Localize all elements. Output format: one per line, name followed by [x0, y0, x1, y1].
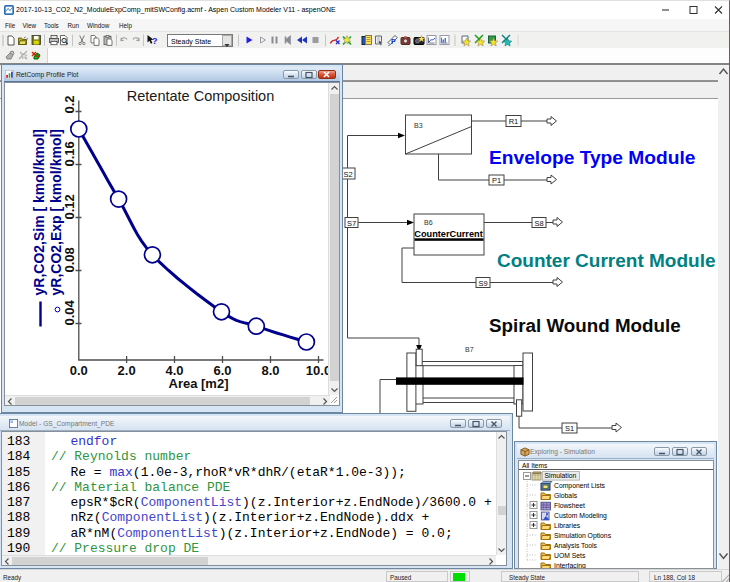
svg-text:S1: S1	[565, 424, 574, 433]
svg-text:Simulation Options: Simulation Options	[554, 532, 612, 540]
svg-text:Counter Current Module: Counter Current Module	[497, 250, 716, 271]
svg-text:P1: P1	[492, 176, 501, 185]
svg-text:Globals: Globals	[554, 492, 578, 499]
svg-text:Simulation: Simulation	[545, 472, 577, 479]
svg-text:Flowsheet: Flowsheet	[554, 502, 585, 509]
svg-text:B6: B6	[424, 219, 433, 226]
svg-text:UOM Sets: UOM Sets	[554, 552, 586, 559]
svg-text:0.16: 0.16	[62, 141, 77, 166]
svg-text:Retentate Composition: Retentate Composition	[127, 88, 275, 104]
svg-text:Spiral Wound Module: Spiral Wound Module	[489, 315, 681, 336]
svg-text:2.0: 2.0	[118, 363, 136, 378]
svg-text:Analysis Tools: Analysis Tools	[554, 542, 598, 550]
svg-text:Libraries: Libraries	[554, 522, 581, 529]
svg-text:?: ?	[152, 36, 158, 46]
svg-text:8.0: 8.0	[261, 363, 279, 378]
svg-text:Component Lists: Component Lists	[554, 482, 606, 490]
svg-text:0.12: 0.12	[62, 194, 77, 219]
svg-text:Area [m2]: Area [m2]	[169, 376, 229, 391]
svg-text:S2: S2	[343, 170, 352, 179]
svg-text:S9: S9	[478, 279, 487, 288]
svg-text:Envelope Type Module: Envelope Type Module	[489, 147, 696, 168]
svg-text:Interfacing: Interfacing	[554, 562, 586, 569]
svg-text:CounterCurrent: CounterCurrent	[414, 229, 482, 239]
svg-text:B3: B3	[414, 122, 423, 129]
svg-text:yR,CO2,Sim [ kmol/kmol]: yR,CO2,Sim [ kmol/kmol]	[31, 129, 47, 295]
svg-text:yR,CO2,Exp [ kmol/kmol]: yR,CO2,Exp [ kmol/kmol]	[48, 129, 64, 295]
svg-text:B7: B7	[465, 346, 474, 353]
svg-text:Custom Modeling: Custom Modeling	[554, 512, 607, 520]
svg-text:0.2: 0.2	[62, 95, 77, 113]
svg-text:S7: S7	[347, 219, 356, 228]
svg-text:0.08: 0.08	[62, 247, 77, 272]
svg-text:S8: S8	[534, 219, 543, 228]
svg-text:P: P	[391, 38, 396, 45]
svg-text:0.04: 0.04	[62, 299, 77, 325]
svg-text:0.0: 0.0	[70, 363, 88, 378]
svg-text:R1: R1	[509, 117, 519, 126]
